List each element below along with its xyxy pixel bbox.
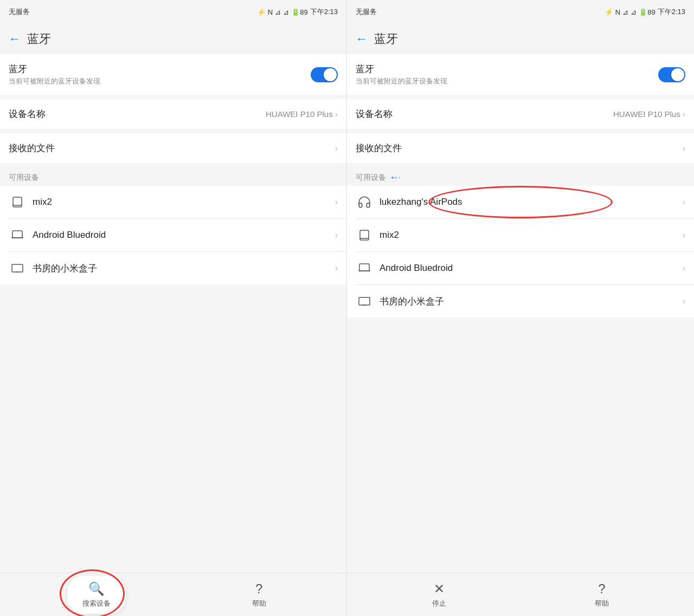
phone-panel-right: 无服务 ⚡ N ⊿ ⊿ 🔋89 下午2:13 ← 蓝牙 蓝牙 当前可被附近的蓝牙… [347,0,694,616]
settings-content-right: 蓝牙 当前可被附近的蓝牙设备发现 设备名称 HUAWEI P10 Plus › [347,54,694,573]
signal-icon-left: ⊿ [283,8,289,16]
device-name-mix2-right: mix2 [380,230,676,241]
laptop-icon-bluedroid-left [9,226,26,244]
page-title-right: 蓝牙 [374,31,398,47]
device-name-mix2-left: mix2 [33,197,329,208]
received-files-card-right: 接收的文件 › [347,133,694,163]
help-btn-label-left: 帮助 [252,599,266,608]
toggle-knob-left [324,68,337,81]
device-row-bluedroid-left[interactable]: Android Bluedroid › [0,219,346,251]
svg-rect-10 [359,297,370,305]
device-name-card-right: 设备名称 HUAWEI P10 Plus › [347,99,694,129]
device-chevron-bluedroid-right: › [683,263,685,273]
received-files-chevron-right: › [683,144,685,153]
device-chevron-bluedroid-left: › [335,230,338,240]
search-devices-button-left[interactable]: 🔍 搜索设备 [67,576,126,614]
available-devices-header-left: 可用设备 [0,167,346,186]
airpods-row-wrapper: lukezhang's AirPods › [347,186,694,218]
bluetooth-main-label-left: 蓝牙 [9,63,100,75]
back-button-left[interactable]: ← [9,32,21,46]
bottom-bar-right: ✕ 停止 ? 帮助 [347,573,694,616]
scanning-indicator [391,177,400,179]
device-row-bluedroid-right[interactable]: Android Bluedroid › [347,252,694,284]
bluetooth-sub-label-left: 当前可被附近的蓝牙设备发现 [9,76,100,86]
bluetooth-toggle-row-left: 蓝牙 当前可被附近的蓝牙设备发现 [0,54,346,95]
device-chevron-mibox-left: › [335,263,338,273]
headphones-icon-airpods-right [356,193,373,211]
phone-panel-left: 无服务 ⚡ N ⊿ ⊿ 🔋89 下午2:13 ← 蓝牙 蓝牙 当前可被附近的蓝牙… [0,0,347,616]
device-name-mibox-right: 书房的小米盒子 [380,295,676,308]
received-files-card-left: 接收的文件 › [0,133,346,163]
device-chevron-mibox-right: › [683,296,685,306]
device-row-mix2-right[interactable]: mix2 › [347,219,694,251]
battery-right: 🔋89 [639,8,655,16]
device-name-airpods-right: lukezhang's AirPods [380,197,676,208]
device-row-mibox-left[interactable]: 书房的小米盒子 › [0,252,346,284]
received-files-row-left[interactable]: 接收的文件 › [0,133,346,163]
help-button-left[interactable]: ? 帮助 [239,577,279,613]
carrier-right: 无服务 [356,7,377,17]
svg-rect-4 [12,264,23,272]
time-right: 下午2:13 [658,7,685,17]
device-list-left: mix2 › Android Bluedroid › [0,186,346,284]
device-name-bluedroid-left: Android Bluedroid [33,230,329,241]
search-icon-left: 🔍 [88,581,105,596]
device-name-row-left[interactable]: 设备名称 HUAWEI P10 Plus › [0,99,346,129]
wifi-icon-left: ⊿ [275,8,281,16]
device-name-mibox-left: 书房的小米盒子 [33,262,329,275]
device-row-mix2-left[interactable]: mix2 › [0,186,346,218]
received-files-label-right: 接收的文件 [356,142,402,154]
bluetooth-toggle-row-right: 蓝牙 当前可被附近的蓝牙设备发现 [347,54,694,95]
device-row-airpods-right[interactable]: lukezhang's AirPods › [347,186,694,218]
device-name-value-right: HUAWEI P10 Plus › [613,109,685,119]
svg-rect-8 [359,264,369,271]
signal-icon-right: ⊿ [631,8,637,16]
device-name-chevron-left: › [335,109,338,119]
device-name-bluedroid-right: Android Bluedroid [380,263,676,274]
status-bar-left: 无服务 ⚡ N ⊿ ⊿ 🔋89 下午2:13 [0,0,346,24]
bluetooth-label-block-right: 蓝牙 当前可被附近的蓝牙设备发现 [356,63,447,86]
stop-icon-right: ✕ [434,581,445,596]
header-right: ← 蓝牙 [347,24,694,54]
stop-btn-label-right: 停止 [432,599,446,608]
wifi-icon-right: ⊿ [622,8,628,16]
help-icon-right: ? [598,581,605,596]
status-right-right: ⚡ N ⊿ ⊿ 🔋89 下午2:13 [605,7,685,17]
settings-content-left: 蓝牙 当前可被附近的蓝牙设备发现 设备名称 HUAWEI P10 Plus › [0,54,346,573]
bottom-bar-left: 🔍 搜索设备 ? 帮助 [0,573,346,616]
device-row-mibox-right[interactable]: 书房的小米盒子 › [347,285,694,317]
device-name-row-right[interactable]: 设备名称 HUAWEI P10 Plus › [347,99,694,129]
tv-icon-mibox-left [9,260,26,277]
device-name-label-left: 设备名称 [9,108,46,120]
carrier-left: 无服务 [9,7,30,17]
received-files-chevron-left: › [335,144,338,153]
bluetooth-toggle-right[interactable] [658,67,685,82]
device-name-chevron-right: › [683,109,685,119]
tablet-icon-mix2-right [356,226,373,244]
bluetooth-label-block-left: 蓝牙 当前可被附近的蓝牙设备发现 [9,63,100,86]
battery-left: 🔋89 [291,8,307,16]
bluetooth-toggle-left[interactable] [311,67,338,82]
tablet-icon-mix2-left [9,193,26,211]
bluetooth-toggle-card-right: 蓝牙 当前可被附近的蓝牙设备发现 [347,54,694,95]
time-left: 下午2:13 [310,7,338,17]
device-name-card-left: 设备名称 HUAWEI P10 Plus › [0,99,346,129]
laptop-icon-bluedroid-right [356,260,373,277]
help-icon-left: ? [255,581,262,596]
received-files-row-right[interactable]: 接收的文件 › [347,133,694,163]
nfc-icon-right: N [615,8,620,16]
bt-icon-right: ⚡ [605,8,613,16]
received-files-label-left: 接收的文件 [9,142,55,154]
nfc-icon-left: N [268,8,273,16]
toggle-knob-right [671,68,684,81]
device-name-value-left: HUAWEI P10 Plus › [266,109,338,119]
help-btn-label-right: 帮助 [595,599,609,608]
device-chevron-airpods-right: › [683,197,685,207]
help-button-right[interactable]: ? 帮助 [582,577,622,613]
page-title-left: 蓝牙 [27,31,51,47]
device-chevron-mix2-left: › [335,197,338,207]
stop-button-right[interactable]: ✕ 停止 [419,577,459,613]
tv-icon-mibox-right [356,293,373,310]
header-left: ← 蓝牙 [0,24,346,54]
back-button-right[interactable]: ← [356,32,368,46]
